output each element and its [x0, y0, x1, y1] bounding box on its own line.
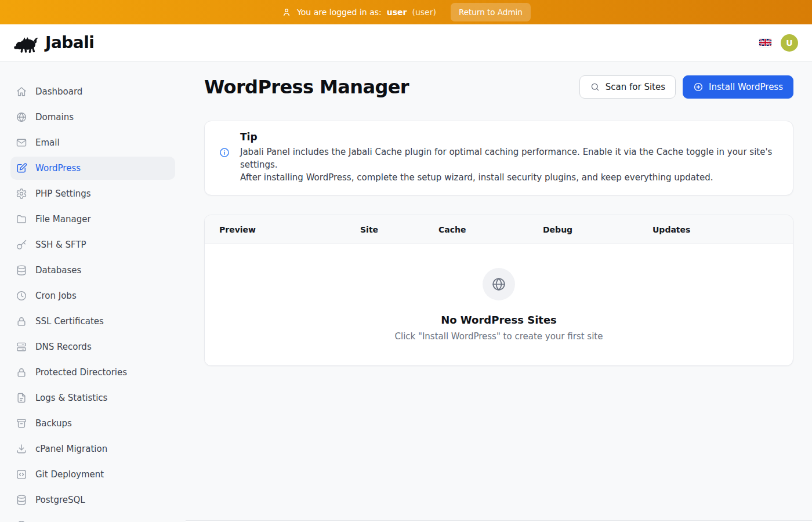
- clock-icon: [16, 290, 27, 302]
- code-square-icon: [16, 469, 27, 480]
- tip-title: Tip: [240, 131, 779, 143]
- sidebar-item-dns-records[interactable]: DNS Records: [10, 335, 175, 358]
- brand: Jabali: [14, 33, 94, 53]
- server-icon: [16, 341, 27, 353]
- sidebar-item-file-manager[interactable]: File Manager: [10, 208, 175, 231]
- table-header-row: PreviewSiteCacheDebugUpdates: [205, 215, 793, 244]
- lock-icon: [16, 367, 27, 378]
- tip-card: Tip Jabali Panel includes the Jabali Cac…: [204, 121, 793, 195]
- column-header-updates: Updates: [652, 225, 778, 234]
- search-icon: [590, 82, 600, 92]
- sidebar-item-git-deployment[interactable]: Git Deployment: [10, 463, 175, 486]
- lock-icon: [16, 316, 27, 327]
- globe-icon: [16, 111, 27, 123]
- user-avatar[interactable]: U: [781, 34, 798, 52]
- sidebar-item-label: WordPress: [35, 163, 81, 173]
- sidebar: DashboardDomainsEmailWordPressPHP Settin…: [0, 61, 186, 522]
- mail-icon: [16, 137, 27, 148]
- sidebar-item-label: Backups: [35, 418, 72, 429]
- login-role: (user): [412, 8, 436, 17]
- sidebar-item-label: DNS Records: [35, 342, 92, 352]
- tip-body: Jabali Panel includes the Jabali Cache p…: [240, 146, 779, 184]
- sidebar-item-postgresql[interactable]: PostgreSQL: [10, 488, 175, 512]
- database-icon: [16, 494, 27, 506]
- sidebar-item-label: Email: [35, 137, 60, 148]
- sidebar-item-label: Dashboard: [35, 86, 82, 97]
- main-area: WordPress Manager Scan for Sites Install…: [186, 61, 812, 522]
- login-username: user: [387, 8, 407, 17]
- sidebar-item-protected-directories[interactable]: Protected Directories: [10, 361, 175, 384]
- column-header-preview: Preview: [219, 225, 360, 234]
- empty-state-subtitle: Click "Install WordPress" to create your…: [395, 331, 603, 342]
- sidebar-item-label: PHP Settings: [35, 188, 91, 199]
- archive-icon: [16, 418, 27, 429]
- empty-state-title: No WordPress Sites: [441, 314, 557, 326]
- folder-icon: [16, 213, 27, 225]
- sidebar-item-label: Logs & Statistics: [35, 393, 107, 403]
- sidebar-item-ssh-sftp[interactable]: SSH & SFTP: [10, 233, 175, 256]
- sidebar-item-php-settings[interactable]: PHP Settings: [10, 182, 175, 205]
- sites-table: PreviewSiteCacheDebugUpdates No WordPres…: [204, 215, 793, 366]
- sidebar-item-label: File Manager: [35, 214, 91, 224]
- globe-icon: [483, 268, 515, 300]
- sidebar-item-ssl-certificates[interactable]: SSL Certificates: [10, 310, 175, 333]
- sidebar-item-cron-jobs[interactable]: Cron Jobs: [10, 284, 175, 307]
- login-message: You are logged in as:: [297, 8, 382, 17]
- return-to-admin-button[interactable]: Return to Admin: [451, 3, 531, 21]
- download-icon: [16, 443, 27, 455]
- sidebar-item-cpanel-migration[interactable]: cPanel Migration: [10, 437, 175, 461]
- empty-state: No WordPress Sites Click "Install WordPr…: [205, 244, 793, 365]
- column-header-debug: Debug: [543, 225, 652, 234]
- app-header: Jabali U: [0, 24, 812, 61]
- sidebar-item-partial[interactable]: [10, 514, 175, 522]
- sidebar-item-label: Cron Jobs: [35, 291, 77, 301]
- key-icon: [16, 239, 27, 251]
- sidebar-item-backups[interactable]: Backups: [10, 412, 175, 435]
- column-header-cache: Cache: [438, 225, 543, 234]
- info-icon: [219, 147, 230, 158]
- home-icon: [16, 86, 27, 97]
- gear-icon: [16, 188, 27, 200]
- impersonation-bar: You are logged in as: user (user) Return…: [0, 0, 812, 24]
- page-title: WordPress Manager: [204, 76, 409, 98]
- sidebar-item-label: Git Deployment: [35, 469, 104, 480]
- circle-icon: [16, 520, 27, 522]
- sidebar-item-label: SSL Certificates: [35, 316, 104, 327]
- brand-name: Jabali: [45, 33, 94, 52]
- install-wordpress-button[interactable]: Install WordPress: [683, 75, 793, 99]
- edit-icon: [16, 162, 27, 174]
- column-header-site: Site: [360, 225, 438, 234]
- boar-logo-icon: [14, 33, 39, 53]
- plus-circle-icon: [693, 82, 704, 92]
- language-flag-uk-icon[interactable]: [759, 39, 771, 47]
- sidebar-item-label: SSH & SFTP: [35, 240, 86, 250]
- sidebar-nav: DashboardDomainsEmailWordPressPHP Settin…: [10, 80, 175, 522]
- sidebar-item-label: Protected Directories: [35, 367, 127, 378]
- sidebar-item-databases[interactable]: Databases: [10, 259, 175, 282]
- sidebar-item-wordpress[interactable]: WordPress: [10, 157, 175, 180]
- sidebar-item-domains[interactable]: Domains: [10, 106, 175, 129]
- sidebar-item-label: Domains: [35, 112, 74, 122]
- sidebar-item-label: Databases: [35, 265, 81, 276]
- sidebar-item-label: PostgreSQL: [35, 495, 85, 505]
- file-text-icon: [16, 392, 27, 404]
- sidebar-item-email[interactable]: Email: [10, 131, 175, 154]
- sidebar-item-label: cPanel Migration: [35, 444, 107, 454]
- sidebar-item-logs-statistics[interactable]: Logs & Statistics: [10, 386, 175, 409]
- database-icon: [16, 264, 27, 276]
- sidebar-item-dashboard[interactable]: Dashboard: [10, 80, 175, 103]
- scan-for-sites-button[interactable]: Scan for Sites: [579, 75, 676, 99]
- person-icon: [281, 7, 292, 17]
